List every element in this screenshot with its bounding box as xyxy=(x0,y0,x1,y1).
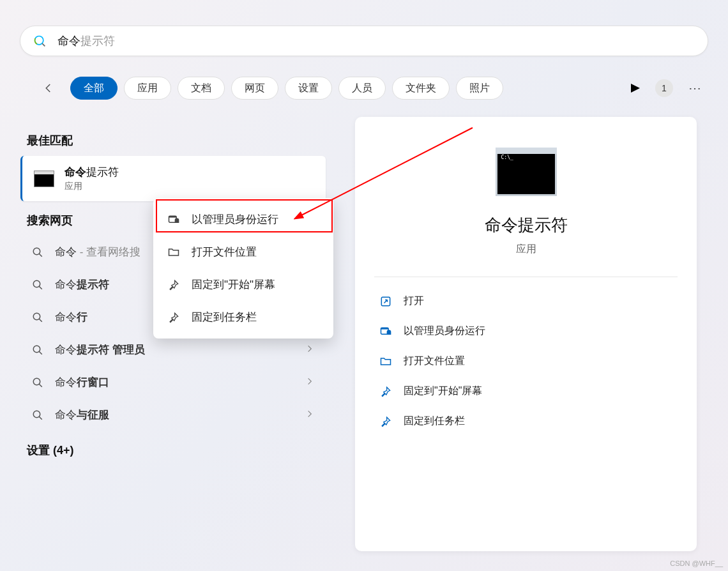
web-result-item[interactable]: 命令与征服 xyxy=(20,399,326,431)
search-icon xyxy=(32,312,43,323)
web-result-item[interactable]: 命令行窗口 xyxy=(20,366,326,399)
context-menu-label: 固定到任务栏 xyxy=(192,310,257,324)
context-menu-label: 打开文件位置 xyxy=(192,245,257,259)
chevron-right-icon xyxy=(305,409,314,421)
svg-line-12 xyxy=(39,384,42,387)
context-menu-label: 以管理员身份运行 xyxy=(192,212,278,227)
search-bar[interactable]: 命令提示符 xyxy=(20,26,708,56)
preview-action-label: 以管理员身份运行 xyxy=(404,324,485,338)
pin-icon xyxy=(379,385,392,398)
watermark: CSDN @WHF__ xyxy=(670,560,723,567)
admin-icon xyxy=(379,325,392,338)
play-icon[interactable] xyxy=(631,84,640,93)
filter-chip-docs[interactable]: 文档 xyxy=(178,77,225,100)
admin-icon xyxy=(167,213,180,226)
preview-action-label: 打开 xyxy=(404,294,424,308)
pin-icon xyxy=(379,415,392,428)
context-menu-item[interactable]: 以管理员身份运行 xyxy=(153,203,333,236)
search-icon xyxy=(32,377,43,388)
preview-action-item[interactable]: 固定到任务栏 xyxy=(374,406,678,436)
svg-point-13 xyxy=(33,411,40,418)
filter-chip-apps[interactable]: 应用 xyxy=(124,77,171,100)
search-icon xyxy=(32,409,43,421)
svg-line-6 xyxy=(39,286,42,289)
preview-sub: 应用 xyxy=(374,243,678,256)
web-result-text: 命令行窗口 xyxy=(55,375,305,390)
context-menu-item[interactable]: 固定到任务栏 xyxy=(153,301,333,333)
filter-chip-all[interactable]: 全部 xyxy=(70,77,118,100)
search-icon xyxy=(32,344,43,356)
open-icon xyxy=(379,295,392,308)
svg-rect-20 xyxy=(381,328,389,330)
best-match-sub: 应用 xyxy=(64,181,119,192)
preview-action-item[interactable]: 固定到"开始"屏幕 xyxy=(374,376,678,406)
svg-line-2 xyxy=(42,43,45,46)
preview-action-label: 固定到任务栏 xyxy=(404,415,465,428)
svg-point-5 xyxy=(33,280,40,287)
context-menu: 以管理员身份运行打开文件位置固定到"开始"屏幕固定到任务栏 xyxy=(153,198,333,339)
divider xyxy=(374,277,678,277)
chevron-right-icon xyxy=(305,377,314,388)
best-match-title: 命令提示符 xyxy=(64,165,119,179)
web-result-text: 命令与征服 xyxy=(55,407,305,422)
preview-title: 命令提示符 xyxy=(374,214,678,236)
web-result-text: 命令提示符 管理员 xyxy=(55,342,305,357)
filter-chip-settings[interactable]: 设置 xyxy=(285,77,332,100)
filter-row: 全部 应用 文档 网页 设置 人员 文件夹 照片 xyxy=(38,77,503,100)
svg-rect-16 xyxy=(169,216,177,218)
preview-action-label: 固定到"开始"屏幕 xyxy=(404,384,482,398)
svg-line-8 xyxy=(39,319,42,322)
preview-action-item[interactable]: 以管理员身份运行 xyxy=(374,316,678,346)
preview-panel: 命令提示符 应用 打开以管理员身份运行打开文件位置固定到"开始"屏幕固定到任务栏 xyxy=(355,117,697,551)
folder-icon xyxy=(379,355,392,368)
filter-chip-people[interactable]: 人员 xyxy=(338,77,386,100)
svg-line-14 xyxy=(39,416,42,420)
right-controls: 1 ⋯ xyxy=(631,79,702,97)
preview-action-label: 打开文件位置 xyxy=(404,354,465,368)
pin-icon xyxy=(167,311,180,324)
svg-line-10 xyxy=(39,351,42,354)
section-settings: 设置 (4+) xyxy=(27,443,326,458)
svg-point-11 xyxy=(33,378,40,385)
preview-app-icon xyxy=(496,148,557,196)
search-icon xyxy=(33,34,46,47)
best-match-card[interactable]: 命令提示符 应用 xyxy=(20,156,326,201)
preview-action-item[interactable]: 打开 xyxy=(374,286,678,316)
search-icon xyxy=(32,247,43,258)
preview-action-item[interactable]: 打开文件位置 xyxy=(374,346,678,376)
svg-point-9 xyxy=(33,346,40,353)
back-button[interactable] xyxy=(38,78,59,98)
notification-badge[interactable]: 1 xyxy=(655,79,673,97)
chevron-right-icon xyxy=(305,344,314,356)
pin-icon xyxy=(167,278,180,291)
filter-chip-folders[interactable]: 文件夹 xyxy=(392,77,450,100)
section-best-match: 最佳匹配 xyxy=(27,133,326,148)
cmd-icon xyxy=(34,171,54,187)
context-menu-label: 固定到"开始"屏幕 xyxy=(192,277,275,292)
svg-point-7 xyxy=(33,313,40,320)
folder-icon xyxy=(167,246,180,259)
filter-chip-web[interactable]: 网页 xyxy=(231,77,278,100)
context-menu-item[interactable]: 打开文件位置 xyxy=(153,236,333,268)
svg-point-3 xyxy=(33,248,40,255)
filter-chip-photos[interactable]: 照片 xyxy=(456,77,503,100)
context-menu-item[interactable]: 固定到"开始"屏幕 xyxy=(153,268,333,301)
search-text: 命令提示符 xyxy=(57,33,115,49)
more-icon[interactable]: ⋯ xyxy=(688,80,702,96)
search-icon xyxy=(32,279,43,291)
svg-line-4 xyxy=(39,254,42,257)
